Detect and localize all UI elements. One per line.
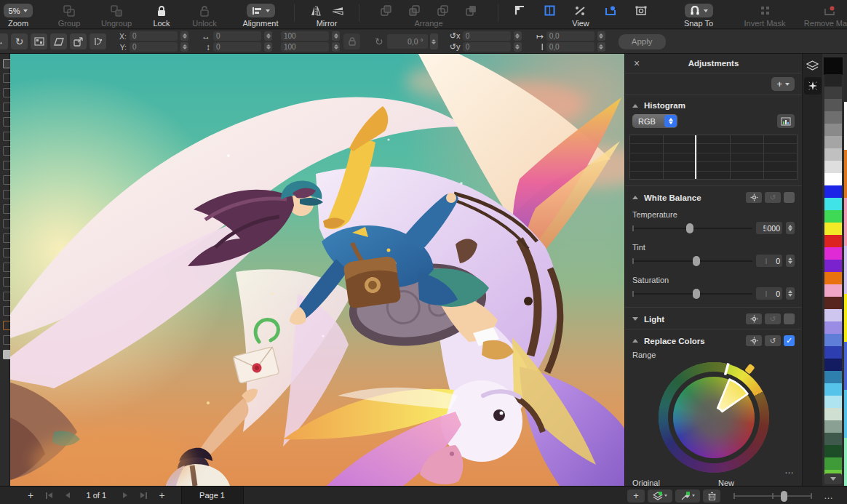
tool[interactable] <box>3 277 10 287</box>
light-section-header[interactable]: Light ↺ <box>625 308 802 329</box>
palette-swatch[interactable] <box>824 371 842 383</box>
previous-page-button[interactable] <box>65 492 70 498</box>
palette-swatch[interactable] <box>824 223 842 235</box>
flip-copy-button[interactable] <box>90 33 106 49</box>
palette-swatch[interactable] <box>824 420 842 433</box>
tool[interactable] <box>3 204 10 214</box>
tool[interactable] <box>3 263 10 272</box>
skew-x-input[interactable]: 0 <box>463 31 511 41</box>
group-button[interactable]: Group <box>47 0 92 28</box>
slider-thumb[interactable] <box>686 223 693 233</box>
tool[interactable] <box>3 175 10 185</box>
next-page-button[interactable] <box>123 492 127 498</box>
page-tab[interactable]: Page 1 <box>181 487 244 504</box>
tool[interactable] <box>3 161 10 170</box>
apply-button[interactable]: Apply <box>619 34 666 49</box>
palette-swatch[interactable] <box>824 58 842 74</box>
alignment-dropdown[interactable] <box>247 4 275 17</box>
slider-thumb[interactable] <box>693 289 700 299</box>
skew-x-stepper[interactable] <box>514 31 522 41</box>
add-replace-color-button[interactable]: + <box>627 489 645 503</box>
palette-swatch[interactable] <box>824 457 842 470</box>
height-stepper[interactable] <box>264 42 272 52</box>
ungroup-button[interactable]: Ungroup <box>92 0 141 28</box>
temperature-input[interactable]: 5000 <box>756 222 782 234</box>
palette-swatch[interactable] <box>824 173 842 185</box>
palette-swatch[interactable] <box>824 111 842 124</box>
tool[interactable] <box>3 146 10 156</box>
offset-x-stepper[interactable] <box>597 31 605 41</box>
slider-thumb[interactable] <box>781 491 787 502</box>
unlock-button[interactable]: Unlock <box>182 0 227 28</box>
tool[interactable] <box>3 248 10 257</box>
tool[interactable] <box>3 292 10 301</box>
remove-mask-button[interactable]: Remove Mask <box>795 0 847 28</box>
tool[interactable] <box>3 335 10 345</box>
tool[interactable] <box>3 88 10 97</box>
scale-x-stepper[interactable] <box>332 31 340 41</box>
white-balance-section-header[interactable]: White Balance ↺ <box>625 186 802 207</box>
palette-swatch[interactable] <box>824 235 842 247</box>
bounds-dot-icon[interactable] <box>605 6 616 16</box>
color-well[interactable] <box>3 350 10 359</box>
anchor-arrow-button[interactable]: → <box>0 33 8 49</box>
tool[interactable] <box>3 117 10 127</box>
y-input[interactable]: 0 <box>130 42 178 52</box>
palette-swatch[interactable] <box>824 247 842 260</box>
send-backward-icon[interactable] <box>437 5 448 16</box>
offset-x-input[interactable]: 0,0 <box>546 31 595 41</box>
add-page-button-2[interactable]: + <box>154 489 171 501</box>
saturation-input[interactable]: 0 <box>756 287 782 300</box>
tint-stepper[interactable] <box>786 255 795 267</box>
histogram-section-header[interactable]: Histogram <box>625 95 802 114</box>
palette-swatch[interactable] <box>824 309 842 321</box>
palette-swatch[interactable] <box>824 408 842 420</box>
adjustments-panel-button[interactable] <box>804 77 822 95</box>
tint-slider[interactable] <box>632 256 752 266</box>
saturation-stepper[interactable] <box>786 287 795 300</box>
tint-input[interactable]: 0 <box>756 255 782 267</box>
slider-thumb[interactable] <box>693 256 700 266</box>
scale-x-input[interactable]: 100 <box>281 31 329 41</box>
palette-swatch[interactable] <box>824 297 842 309</box>
temperature-slider[interactable] <box>632 223 752 233</box>
add-page-button[interactable]: + <box>22 489 39 501</box>
tool-selected[interactable] <box>3 59 10 68</box>
lock-ratio-button[interactable] <box>343 33 360 49</box>
x-stepper[interactable] <box>180 31 188 41</box>
palette-swatch[interactable] <box>824 284 842 297</box>
range-width-slider[interactable] <box>733 489 812 503</box>
grid-view-icon[interactable] <box>544 5 555 16</box>
palette-swatch[interactable] <box>824 383 842 396</box>
scale-y-stepper[interactable] <box>332 42 340 52</box>
palette-swatch[interactable] <box>824 185 842 198</box>
palette-swatch[interactable] <box>824 148 842 161</box>
y-stepper[interactable] <box>180 42 188 52</box>
bring-forward-icon[interactable] <box>409 5 420 16</box>
zoom-dropdown[interactable]: 5% <box>4 4 33 17</box>
tool[interactable] <box>3 103 10 112</box>
tool[interactable] <box>3 306 10 316</box>
palette-swatch[interactable] <box>824 99 842 111</box>
tools-panel-sliver[interactable] <box>0 54 10 486</box>
add-adjustment-button[interactable]: + <box>771 77 795 91</box>
temperature-stepper[interactable] <box>786 222 795 234</box>
palette-swatch[interactable] <box>824 136 842 148</box>
replace-colors-checkbox[interactable]: ✓ <box>784 335 795 346</box>
palette-swatch[interactable] <box>824 321 842 334</box>
scale-y-input[interactable]: 100 <box>281 42 329 52</box>
reset-icon[interactable]: ↺ <box>765 335 781 346</box>
range-handle[interactable] <box>744 364 755 375</box>
rotate-button[interactable]: ↻ <box>11 33 28 49</box>
palette-swatch[interactable] <box>824 396 842 408</box>
more-options-icon[interactable]: … <box>784 465 795 476</box>
anchor-points-button[interactable] <box>31 33 47 49</box>
export-selection-button[interactable] <box>70 33 87 49</box>
palette-swatch[interactable] <box>824 272 842 284</box>
palette-swatch[interactable] <box>824 260 842 272</box>
bring-to-front-icon[interactable] <box>381 5 391 16</box>
offset-y-input[interactable]: 0,0 <box>546 42 595 52</box>
palette-swatch[interactable] <box>824 433 842 445</box>
reset-icon[interactable]: ↺ <box>765 313 781 324</box>
tool[interactable] <box>3 73 10 83</box>
